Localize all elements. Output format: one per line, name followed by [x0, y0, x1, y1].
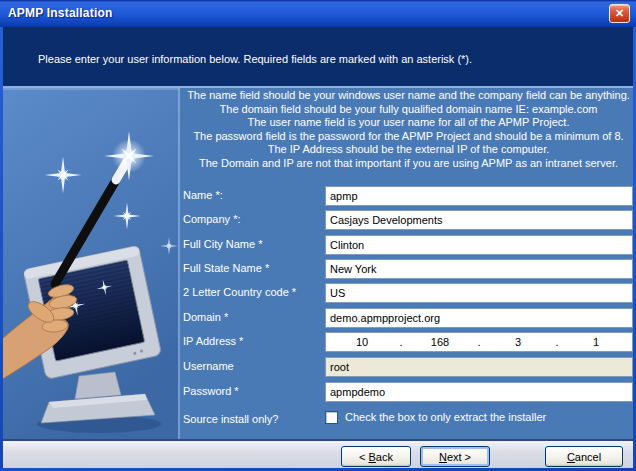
- name-input[interactable]: [325, 186, 633, 206]
- domain-label: Domain *: [183, 311, 228, 323]
- source-install-label: Source install only?: [183, 413, 278, 425]
- username-input[interactable]: [325, 357, 633, 377]
- note-line: The name field should be your windows us…: [184, 89, 633, 103]
- back-button-label: < Back: [359, 451, 393, 463]
- title-bar[interactable]: APMP Installation ✕: [0, 0, 636, 27]
- window-title: APMP Installation: [8, 6, 113, 20]
- state-input[interactable]: [325, 259, 633, 279]
- header-instruction: Please enter your user information below…: [38, 53, 608, 65]
- city-label: Full City Name *: [183, 238, 262, 250]
- wizard-image: [3, 88, 180, 439]
- installer-window: APMP Installation ✕ Please enter your us…: [0, 0, 636, 471]
- window-border-left: [0, 27, 3, 471]
- company-label: Company *:: [183, 213, 240, 225]
- name-label: Name *:: [183, 189, 223, 201]
- username-label: Username: [183, 360, 234, 372]
- city-input[interactable]: [325, 235, 633, 255]
- button-strip: [0, 439, 636, 471]
- note-line: The Domain and IP are not that important…: [184, 157, 633, 171]
- ip-octet-4[interactable]: 1: [560, 336, 632, 348]
- domain-input[interactable]: [325, 308, 633, 328]
- source-install-checkbox[interactable]: [325, 411, 338, 424]
- note-line: The IP Address should be the external IP…: [184, 143, 633, 157]
- ip-address-input[interactable]: 10 . 168 . 3 . 1: [325, 332, 633, 352]
- instruction-notes: The name field should be your windows us…: [184, 89, 633, 170]
- note-line: The domain field should be your fully qu…: [184, 103, 633, 117]
- country-code-label: 2 Letter Country code *: [183, 286, 296, 298]
- ip-octet-1[interactable]: 10: [326, 336, 398, 348]
- cancel-button[interactable]: Cancel: [545, 446, 623, 467]
- source-install-checkbox-label: Check the box to only extract the instal…: [345, 411, 546, 423]
- back-button[interactable]: < Back: [341, 446, 411, 467]
- country-code-input[interactable]: [325, 283, 633, 303]
- note-line: The password field is the password for t…: [184, 130, 633, 144]
- next-button-label: Next >: [439, 451, 471, 463]
- next-button[interactable]: Next >: [420, 446, 490, 467]
- close-button[interactable]: ✕: [609, 4, 630, 23]
- state-label: Full State Name *: [183, 262, 269, 274]
- ip-address-label: IP Address *: [183, 335, 243, 347]
- note-line: The user name field is your user name fo…: [184, 116, 633, 130]
- header-panel: Please enter your user information below…: [3, 27, 633, 86]
- ip-octet-3[interactable]: 3: [482, 336, 554, 348]
- cancel-button-label: Cancel: [567, 451, 601, 463]
- password-input[interactable]: [325, 382, 633, 402]
- company-input[interactable]: [325, 210, 633, 230]
- close-icon: ✕: [615, 7, 624, 19]
- password-label: Password *: [183, 385, 239, 397]
- ip-octet-2[interactable]: 168: [404, 336, 476, 348]
